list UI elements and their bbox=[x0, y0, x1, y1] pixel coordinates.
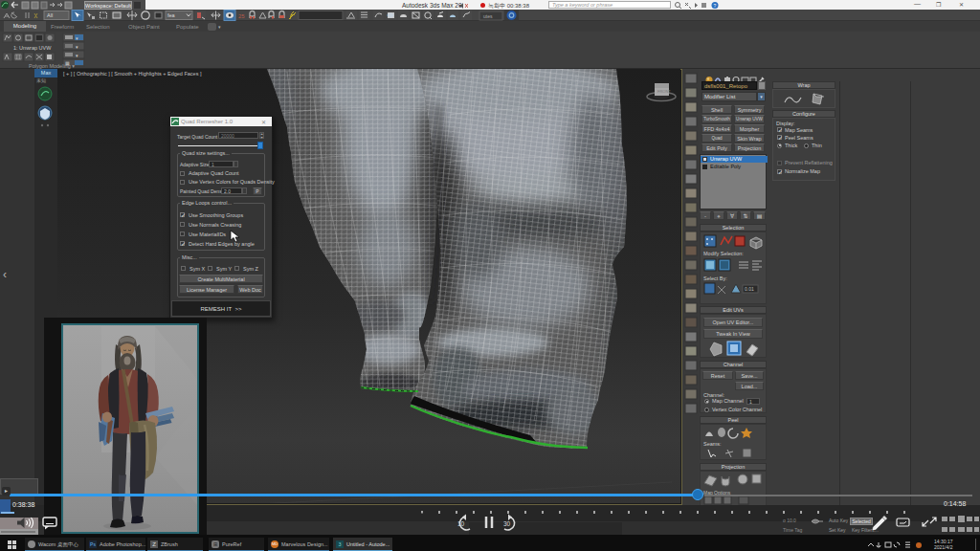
svg-text:?: ? bbox=[714, 3, 717, 9]
svg-text:30: 30 bbox=[503, 520, 511, 527]
svg-text:fea: fea bbox=[167, 12, 176, 18]
svg-text:FRONT: FRONT bbox=[657, 89, 671, 94]
svg-text:1: Unwrap UVW: 1: Unwrap UVW bbox=[13, 45, 52, 51]
svg-text:10: 10 bbox=[457, 520, 465, 527]
svg-text:Modify Selection:: Modify Selection: bbox=[703, 251, 744, 256]
svg-text:Select By:: Select By: bbox=[703, 276, 727, 281]
svg-text:0.01: 0.01 bbox=[745, 286, 754, 292]
svg-text:Seams:: Seams: bbox=[703, 441, 722, 447]
svg-text:All: All bbox=[47, 12, 53, 18]
svg-text:25: 25 bbox=[238, 13, 245, 19]
svg-text:utes: utes bbox=[483, 13, 493, 19]
